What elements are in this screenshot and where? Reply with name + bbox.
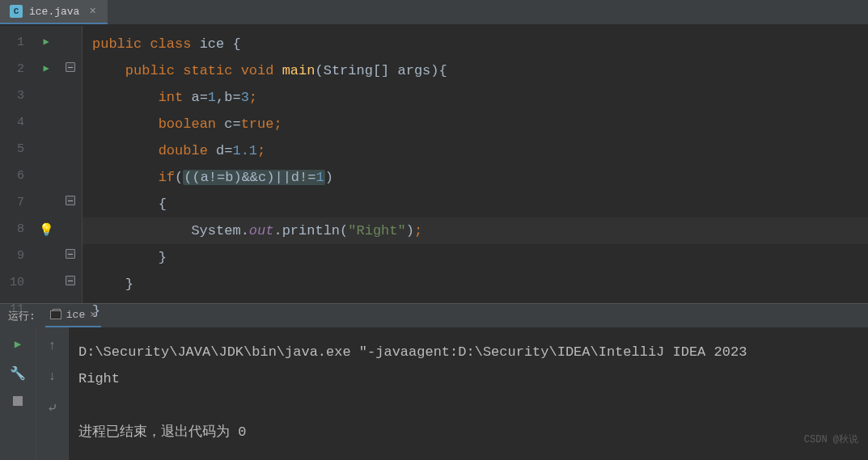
code-area[interactable]: public class ice { public static void ma… [83,26,868,303]
close-icon[interactable]: × [86,5,99,18]
code-line[interactable]: { [83,191,868,217]
run-toolbar-2: ↑ ↓ ⤶ [36,327,69,460]
editor-tab-bar: C ice.java × [0,0,868,26]
code-line[interactable]: if(((a!=b)&&c)||d!=1) [83,164,868,191]
code-line[interactable]: boolean c=true; [83,111,868,137]
stop-icon[interactable] [13,396,23,406]
console-line [78,392,858,419]
code-line[interactable]: } [83,244,868,271]
code-line[interactable]: public class ice { [83,31,868,57]
console-output[interactable]: D:\Security\JAVA\JDK\bin\java.exe "-java… [69,327,868,460]
editor: 1 2 3 4 5 6 7 8 9 10 11 ▶ ▶ 💡 [0,26,868,303]
fold-handle-icon[interactable] [66,62,75,72]
rerun-icon[interactable]: ▶ [15,337,21,351]
console-line: Right [78,365,858,392]
line-number: 8 [17,222,24,236]
run-gutter: ▶ ▶ 💡 [34,26,58,303]
console-line: D:\Security\JAVA\JDK\bin\java.exe "-java… [78,339,858,365]
run-line-icon[interactable]: ▶ [43,36,49,48]
line-number: 3 [17,89,24,103]
code-line[interactable]: public static void main(String[] args){ [83,57,868,84]
code-line[interactable]: int a=1,b=3; [83,84,868,111]
line-number: 1 [17,36,24,49]
up-stack-icon[interactable]: ↑ [49,339,57,353]
line-number-gutter: 1 2 3 4 5 6 7 8 9 10 11 [0,26,34,303]
file-tab[interactable]: C ice.java × [0,0,108,24]
fold-handle-icon[interactable] [66,196,75,205]
intention-bulb-icon[interactable]: 💡 [39,222,54,238]
run-tool-window: ▶ 🔧 ↑ ↓ ⤶ D:\Security\JAVA\JDK\bin\java.… [0,327,868,460]
line-number: 2 [17,62,24,76]
run-tool-title: 运行: [8,309,36,323]
code-line[interactable]: } [83,271,868,298]
watermark: CSDN @秋说 [804,427,858,454]
tab-filename: ice.java [29,6,79,18]
console-exit-line: 进程已结束，退出代码为 0 [78,419,858,445]
run-config-name: ice [66,309,85,321]
line-number: 6 [17,169,24,183]
line-number: 5 [17,142,24,156]
close-icon[interactable]: × [90,309,96,321]
code-line[interactable]: System.out.println("Right"); [83,217,868,244]
fold-handle-icon[interactable] [66,249,75,259]
line-number: 10 [10,276,24,289]
run-toolbar-left: ▶ 🔧 [0,327,36,460]
line-number: 9 [17,249,24,263]
console-icon [50,310,61,319]
run-line-icon[interactable]: ▶ [43,62,49,74]
line-number: 7 [17,196,24,209]
code-line[interactable]: } [83,298,868,324]
code-line[interactable]: double d=1.1; [83,137,868,164]
soft-wrap-icon[interactable]: ⤶ [47,400,57,416]
line-number: 4 [17,116,24,129]
fold-gutter [58,26,83,303]
down-stack-icon[interactable]: ↓ [49,369,57,384]
run-config-tab[interactable]: ice × [45,304,101,327]
fold-handle-icon[interactable] [66,276,75,285]
java-icon: C [10,5,23,18]
wrench-icon[interactable]: 🔧 [10,365,26,382]
